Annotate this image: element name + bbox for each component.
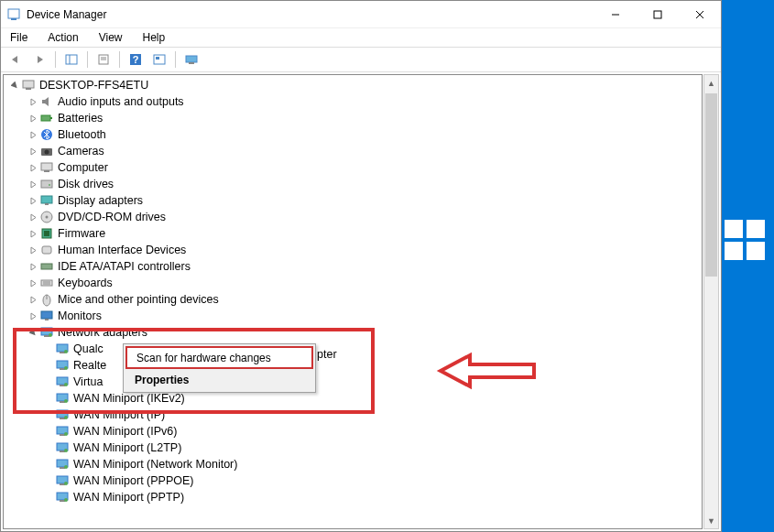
windows-logo-icon — [725, 220, 765, 260]
network-adapter-icon — [55, 473, 70, 488]
tree-category[interactable]: Batteries — [4, 110, 702, 126]
tree-device[interactable]: Qualc — [4, 341, 702, 357]
svg-point-51 — [64, 366, 68, 370]
maximize-button[interactable] — [637, 1, 679, 28]
svg-point-75 — [64, 498, 68, 502]
tree-device[interactable]: WAN Miniport (Network Monitor) — [4, 456, 702, 472]
tree-category[interactable]: Firmware — [4, 225, 702, 242]
context-menu-scan[interactable]: Scan for hardware changes — [126, 347, 312, 368]
show-hide-tree-button[interactable] — [60, 49, 82, 70]
network-adapter-icon — [55, 407, 70, 422]
context-menu-properties[interactable]: Properties — [125, 369, 313, 390]
expand-icon[interactable] — [27, 277, 38, 288]
svg-rect-3 — [654, 11, 661, 18]
tree-category[interactable]: Bluetooth — [4, 126, 702, 143]
expand-icon[interactable] — [27, 129, 38, 140]
expand-icon[interactable] — [27, 113, 38, 124]
tree-category[interactable]: Keyboards — [4, 275, 702, 291]
bluetooth-icon — [39, 127, 54, 142]
dvd-icon — [39, 210, 54, 224]
svg-rect-14 — [156, 57, 159, 60]
tree-category[interactable]: Monitors — [4, 308, 702, 324]
menu-view[interactable]: View — [95, 30, 126, 45]
svg-rect-35 — [41, 264, 52, 269]
scan-button[interactable] — [148, 49, 170, 70]
collapse-icon[interactable] — [9, 80, 20, 91]
svg-rect-41 — [41, 311, 52, 319]
expand-icon[interactable] — [27, 212, 38, 223]
computer-icon — [39, 160, 54, 175]
minimize-button[interactable] — [594, 1, 637, 28]
tree-device[interactable]: WAN Miniport (L2TP) — [4, 440, 702, 456]
tree-category[interactable]: Cameras — [4, 143, 702, 159]
tree-category[interactable]: DVD/CD-ROM drives — [4, 209, 702, 225]
app-icon — [6, 7, 21, 22]
expand-icon[interactable] — [27, 179, 38, 190]
svg-rect-19 — [41, 115, 50, 121]
svg-point-23 — [45, 150, 49, 155]
tree-category[interactable]: Disk drives — [4, 176, 702, 192]
tree-device[interactable]: WAN Miniport (PPTP) — [4, 489, 702, 505]
properties-button[interactable] — [93, 49, 114, 70]
svg-point-60 — [64, 416, 68, 419]
tree-device[interactable]: WAN Miniport (IPv6) — [4, 423, 702, 440]
svg-rect-33 — [44, 231, 49, 236]
svg-point-69 — [64, 465, 68, 469]
svg-rect-0 — [8, 9, 19, 18]
tree-device[interactable]: WAN Miniport (IP) — [4, 407, 702, 423]
menu-help[interactable]: Help — [139, 30, 169, 45]
expand-icon[interactable] — [27, 162, 38, 173]
devices-button[interactable] — [180, 49, 202, 70]
svg-point-54 — [64, 383, 68, 386]
expand-icon[interactable] — [27, 195, 38, 206]
tree-device[interactable]: Realte — [4, 357, 702, 374]
expand-icon[interactable] — [27, 294, 38, 305]
expand-icon[interactable] — [27, 244, 38, 255]
tree-category[interactable]: IDE ATA/ATAPI controllers — [4, 258, 702, 275]
expand-icon[interactable] — [27, 146, 38, 157]
scroll-down-button[interactable]: ▼ — [704, 513, 718, 528]
svg-rect-15 — [186, 56, 197, 62]
expand-icon[interactable] — [27, 96, 38, 107]
back-button[interactable] — [5, 49, 27, 70]
expand-icon[interactable] — [27, 261, 38, 272]
svg-rect-20 — [50, 117, 52, 119]
tree-device[interactable]: Virtua — [4, 374, 702, 390]
help-button[interactable]: ? — [125, 49, 147, 70]
forward-button[interactable] — [28, 49, 50, 70]
tree-category[interactable]: Network adapters — [4, 324, 702, 341]
titlebar[interactable]: Device Manager — [1, 1, 721, 28]
network-adapter-icon — [55, 457, 70, 472]
device-manager-window: Device Manager File Action View Help ? D… — [0, 0, 722, 532]
svg-rect-24 — [41, 163, 52, 170]
tree-category[interactable]: Computer — [4, 159, 702, 176]
svg-rect-16 — [189, 62, 194, 64]
disk-icon — [39, 177, 54, 191]
hid-icon — [39, 243, 54, 257]
tree-category[interactable]: Human Interface Devices — [4, 242, 702, 258]
expand-icon[interactable] — [27, 310, 38, 321]
tree-category[interactable]: Mice and other pointing devices — [4, 291, 702, 308]
tree-root[interactable]: DESKTOP-FFS4ETU — [4, 77, 702, 93]
scroll-thumb[interactable] — [705, 93, 717, 277]
svg-rect-1 — [11, 18, 16, 20]
content-area: DESKTOP-FFS4ETUAudio inputs and outputsB… — [1, 72, 721, 531]
tree-category[interactable]: Display adapters — [4, 192, 702, 209]
window-title: Device Manager — [27, 8, 594, 21]
svg-rect-29 — [45, 203, 49, 205]
network-adapter-icon — [55, 490, 70, 505]
svg-rect-25 — [44, 170, 49, 172]
menu-file[interactable]: File — [6, 30, 31, 45]
close-button[interactable] — [679, 1, 721, 28]
expand-icon[interactable] — [27, 327, 38, 338]
svg-rect-18 — [26, 88, 31, 90]
device-tree[interactable]: DESKTOP-FFS4ETUAudio inputs and outputsB… — [3, 74, 703, 529]
menubar: File Action View Help — [1, 28, 721, 47]
tree-device[interactable]: WAN Miniport (PPPOE) — [4, 472, 702, 489]
scroll-up-button[interactable]: ▲ — [704, 75, 718, 91]
vertical-scrollbar[interactable]: ▲ ▼ — [703, 74, 719, 529]
tree-category[interactable]: Audio inputs and outputs — [4, 93, 702, 110]
expand-icon[interactable] — [27, 228, 38, 239]
menu-action[interactable]: Action — [44, 30, 82, 45]
tree-device[interactable]: WAN Miniport (IKEv2) — [4, 390, 702, 407]
